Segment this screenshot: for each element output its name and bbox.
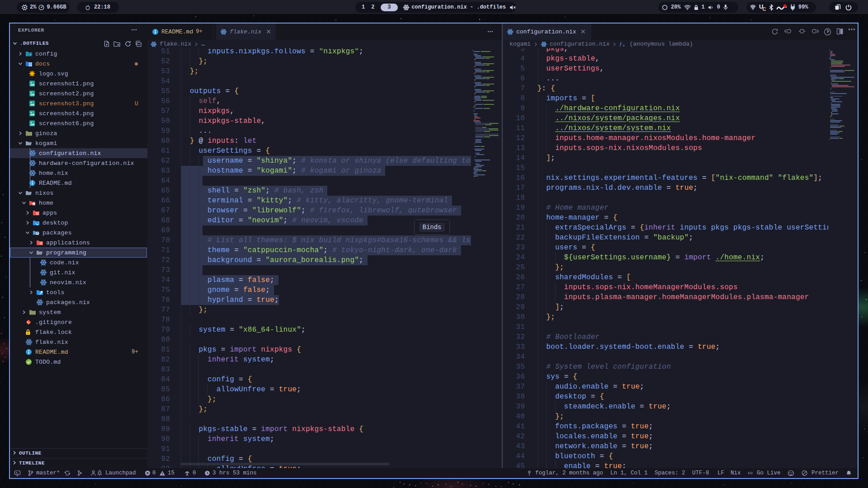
svg-text:C: C: [763, 6, 766, 11]
svg-text:f: f: [620, 41, 622, 47]
svg-text:x: x: [623, 44, 625, 47]
